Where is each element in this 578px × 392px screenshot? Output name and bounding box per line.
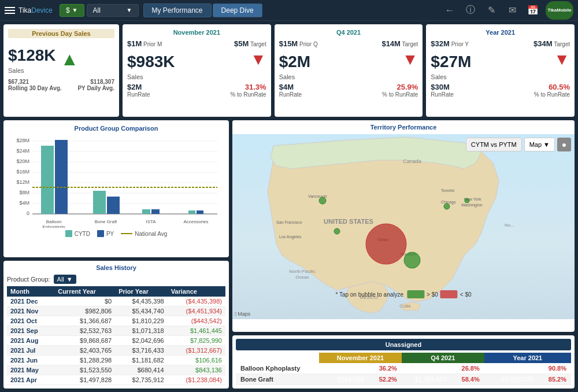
cell-variance: ($1,238,084)	[168, 375, 225, 385]
kpi-year-sales-label: Sales	[431, 73, 471, 80]
cytm-pytm-btn[interactable]: CYTM vs PYTM	[466, 138, 522, 151]
bubble-dallas[interactable]	[366, 224, 406, 264]
table-row: 2021 Dec $0 $4,435,398 ($4,435,398)	[7, 297, 225, 306]
prior-m: $1M Prior M	[127, 39, 162, 48]
cell-current: $1,288,298	[54, 356, 115, 365]
kpi-nov-prior-target: $1M Prior M $5M Target	[127, 39, 266, 48]
svg-text:$8M: $8M	[19, 190, 29, 195]
table-row: 2021 Jun $1,288,298 $1,181,682 $106,616	[7, 356, 225, 365]
kpi-row: Previous Day Sales $128K Sales ▲ $67,321…	[3, 24, 575, 117]
unassigned-table: November 2021 Q4 2021 Year 2021 Balloon …	[236, 353, 571, 385]
svg-text:Accessories: Accessories	[183, 219, 208, 224]
kpi-nov-sales-label: Sales	[127, 73, 175, 80]
cell-prior: $2,735,912	[115, 375, 167, 385]
bar-py-balloon[interactable]	[55, 140, 68, 214]
cell-prior: $4,435,398	[115, 297, 167, 306]
tab-my-performance[interactable]: My Performance	[143, 3, 212, 17]
cell-current: $9,868,687	[54, 336, 115, 346]
cell-prior: $1,071,318	[115, 326, 167, 336]
cell-variance: ($4,451,934)	[168, 306, 225, 316]
kpi-year-percent: 60.5% % to RunRate	[534, 83, 570, 98]
cell-nov-val: $384,058	[319, 374, 369, 385]
cell-month: 2021 May	[7, 365, 54, 375]
product-group-dropdown[interactable]: All ▼	[54, 275, 76, 284]
kpi-nov2021: November 2021 $1M Prior M $5M Target $98…	[123, 24, 271, 117]
cell-month: 2021 Jun	[7, 356, 54, 365]
bar-cytd-bonegraft[interactable]	[93, 191, 106, 214]
cell-variance: $843,136	[168, 365, 225, 375]
svg-text:$16M: $16M	[16, 169, 29, 175]
legend-py: PY	[97, 230, 114, 237]
chevron-down-icon: ▼	[543, 141, 550, 148]
table-row: 2021 Jul $2,403,765 $3,716,433 ($1,312,6…	[7, 346, 225, 356]
info-icon[interactable]: ⓘ	[462, 2, 479, 19]
filter-selector[interactable]: All ▼	[87, 4, 139, 17]
bar-py-bonegraft[interactable]	[107, 197, 120, 214]
cell-variance: ($4,435,398)	[168, 297, 225, 306]
back-icon[interactable]: ←	[442, 2, 458, 19]
cell-month: 2021 Oct	[7, 316, 54, 326]
right-panel: Territory Performance UNITED STATES	[232, 120, 575, 389]
bottom-row: Product Group Comparison $28M $24M $20M …	[3, 120, 575, 389]
bubble-la[interactable]	[334, 228, 340, 234]
user-avatar[interactable]: TikaMobile	[546, 1, 573, 20]
map-toggle-btn[interactable]: ●	[557, 138, 571, 151]
svg-text:Ocean: Ocean	[295, 275, 309, 280]
map-tap-note: * Tap on bubble to analyze > $0 < $0	[335, 290, 471, 298]
col-current-year: Current Year	[54, 286, 115, 297]
svg-text:CUBA: CUBA	[399, 304, 411, 308]
left-panels: Product Group Comparison $28M $24M $20M …	[3, 120, 229, 389]
kpi-year-prior-target: $32M Prior Y $34M Target	[431, 39, 570, 48]
svg-text:North Pacific: North Pacific	[289, 269, 315, 274]
sales-table: Month Current Year Prior Year Variance 2…	[7, 286, 225, 385]
edit-icon[interactable]: ✎	[483, 2, 499, 19]
nav-tabs: My Performance Deep Dive	[143, 3, 262, 17]
bubble-vancouver[interactable]	[319, 197, 326, 204]
cell-prior: $3,716,433	[115, 346, 167, 356]
bar-py-accessories[interactable]	[197, 210, 203, 214]
kpi-prev-day-label: Sales	[8, 67, 56, 74]
svg-text:Kphoplasty: Kphoplasty	[42, 224, 65, 228]
chevron-down-icon: ▼	[127, 7, 132, 13]
kpi-q4-sales-label: Sales	[279, 73, 310, 80]
main-content: Previous Day Sales $128K Sales ▲ $67,321…	[0, 21, 578, 392]
bubble-houston[interactable]	[404, 252, 420, 268]
cell-nov-val: $1,222,946	[319, 363, 369, 374]
svg-text:Balloon: Balloon	[46, 219, 62, 224]
tab-deep-dive[interactable]: Deep Dive	[213, 3, 262, 17]
legend-cytd: CYTD	[65, 230, 90, 237]
mail-icon[interactable]: ✉	[504, 2, 520, 19]
currency-selector[interactable]: $ ▼	[60, 4, 84, 17]
bar-cytd-balloon[interactable]	[41, 146, 54, 214]
logo: TikaDevice	[18, 6, 53, 14]
bar-cytd-accessories[interactable]	[188, 210, 195, 214]
cell-q4-val: $1,284,423	[402, 374, 451, 385]
trend-down-icon: ▼	[250, 50, 266, 69]
cell-month: 2021 Dec	[7, 297, 54, 306]
svg-text:$28M: $28M	[16, 138, 29, 143]
svg-text:$4M: $4M	[19, 200, 29, 206]
table-row: 2021 Nov $982,806 $5,434,740 ($4,451,934…	[7, 306, 225, 316]
bar-py-ista[interactable]	[151, 209, 160, 214]
svg-text:Washington: Washington	[461, 203, 483, 208]
bubble-chicago[interactable]	[444, 204, 450, 209]
hamburger-menu[interactable]	[5, 7, 15, 14]
prior-q: $15M Prior Q	[279, 39, 318, 48]
cell-nov-pct: 36.2%	[369, 363, 402, 374]
svg-text:$12M: $12M	[16, 179, 29, 185]
cell-current: $1,497,828	[54, 375, 115, 385]
table-row: Balloon Kphoplasty $1,222,946 36.2% $2,7…	[236, 363, 571, 374]
col-q4-2021: Q4 2021	[402, 353, 484, 363]
chevron-down-icon: ▼	[66, 276, 73, 283]
kpi-prev-day: Previous Day Sales $128K Sales ▲ $67,321…	[3, 24, 119, 117]
py-daily-avg: $118,307 PY Daily Avg.	[77, 79, 114, 91]
bar-cytd-ista[interactable]	[142, 209, 150, 214]
bubble-newyork[interactable]	[465, 198, 469, 203]
cell-year-val: $3,885,725	[484, 374, 538, 385]
target-year: $34M Target	[533, 39, 570, 48]
kpi-year-runrate: $30M RunRate	[431, 83, 453, 98]
calendar-icon[interactable]: 📅	[525, 2, 541, 19]
kpi-q4-prior-target: $15M Prior Q $14M Target	[279, 39, 418, 48]
map-view-btn[interactable]: Map ▼	[524, 138, 555, 151]
cell-current: $2,403,765	[54, 346, 115, 356]
